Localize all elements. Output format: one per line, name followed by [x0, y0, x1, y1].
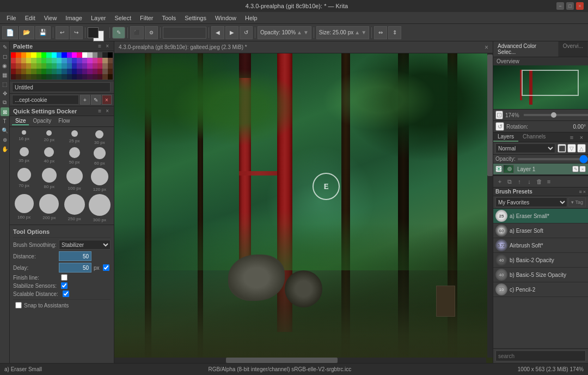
palette-color[interactable] [72, 74, 77, 80]
delay-checkbox[interactable] [103, 264, 109, 271]
palette-color[interactable] [11, 63, 16, 69]
palette-color[interactable] [82, 74, 87, 80]
brush-preset-eraser-soft[interactable]: 60 a) Eraser Soft [493, 223, 588, 238]
palette-color[interactable] [11, 74, 16, 80]
palette-color[interactable] [87, 58, 92, 63]
palette-color[interactable] [46, 69, 51, 74]
palette-close-btn[interactable]: × [104, 43, 111, 50]
opacity-down-btn[interactable]: ▼ [303, 29, 309, 35]
canvas-close-btn[interactable]: × [485, 44, 488, 51]
palette-color[interactable] [72, 52, 77, 58]
palette-color[interactable] [41, 69, 46, 74]
brush-size-16[interactable]: 16 px [12, 129, 36, 145]
brush-size-35[interactable]: 35 px [12, 146, 36, 166]
brush-presets-filter-select[interactable]: My Favorites All Presets Digital Paintin… [495, 197, 567, 207]
brush-presets-close-btn[interactable]: × [583, 189, 586, 195]
palette-color[interactable] [93, 69, 97, 74]
palette-color[interactable] [52, 58, 57, 63]
menu-image[interactable]: Image [61, 14, 87, 22]
palette-color[interactable] [26, 58, 31, 63]
v-scrollbar-thumb[interactable] [487, 55, 493, 176]
toolbar-redo-btn[interactable]: ↪ [70, 26, 83, 39]
brush-size-250[interactable]: 250 px [63, 193, 87, 222]
brush-size-25[interactable]: 25 px [63, 129, 87, 145]
tool-crop[interactable]: ⧉ [1, 98, 9, 107]
brush-preset-airbrush[interactable]: 5.72 Airbrush Soft* [493, 238, 588, 253]
palette-color[interactable] [21, 52, 26, 58]
zoom-slider[interactable] [524, 114, 588, 116]
blend-icon-3[interactable]: △ [577, 144, 586, 153]
brush-delete-btn[interactable]: × [102, 95, 112, 105]
layer-down-btn[interactable]: ↓ [525, 177, 534, 186]
palette-color[interactable] [82, 69, 87, 74]
palette-color[interactable] [31, 52, 36, 58]
menu-view[interactable]: View [40, 14, 62, 22]
canvas-viewport[interactable]: E [114, 53, 493, 363]
blend-icon-2[interactable]: ▽ [567, 144, 576, 153]
layers-menu-btn[interactable]: ≡ [567, 133, 576, 142]
palette-color[interactable] [36, 52, 41, 58]
mirror-v-btn[interactable]: ⇕ [388, 26, 401, 39]
layers-tab[interactable]: Layers [493, 132, 518, 142]
palette-color[interactable] [62, 52, 66, 58]
brush-size-160[interactable]: 160 px [12, 193, 36, 222]
delay-input[interactable] [59, 263, 91, 273]
toolbar-undo-btn[interactable]: ↩ [56, 26, 69, 39]
layer-up-btn[interactable]: ↑ [515, 177, 524, 186]
brush-size-70[interactable]: 70 px [12, 167, 36, 192]
palette-color[interactable] [93, 58, 97, 63]
layers-close-btn[interactable]: × [577, 133, 586, 142]
brush-presets-menu-btn[interactable]: ≡ [579, 189, 581, 195]
palette-color[interactable] [36, 69, 41, 74]
palette-color[interactable] [46, 52, 51, 58]
toolbar-refresh[interactable]: ↺ [240, 26, 253, 39]
palette-color[interactable] [31, 74, 36, 80]
minimize-button[interactable]: − [556, 2, 564, 10]
palette-color[interactable] [16, 74, 21, 80]
tool-eraser[interactable]: ◻ [1, 52, 9, 61]
palette-color[interactable] [87, 63, 92, 69]
brush-edit-btn[interactable]: ✎ [91, 95, 101, 105]
toolbar-save-btn[interactable]: 💾 [35, 26, 51, 39]
maximize-button[interactable]: □ [566, 2, 574, 10]
brush-size-100[interactable]: 100 px [63, 167, 87, 192]
palette-menu-btn[interactable]: ≡ [96, 43, 103, 50]
brush-size-50[interactable]: 50 px [63, 146, 87, 166]
palette-color[interactable] [31, 63, 36, 69]
opacity-slider[interactable] [518, 158, 588, 160]
palette-color[interactable] [93, 63, 97, 69]
brush-size-300[interactable]: 300 px [88, 193, 112, 222]
palette-color[interactable] [21, 63, 26, 69]
palette-color[interactable] [46, 63, 51, 69]
palette-color[interactable] [102, 69, 107, 74]
quick-settings-close-btn[interactable]: × [104, 107, 111, 114]
tab-opacity[interactable]: Opacity [29, 117, 54, 125]
palette-color[interactable] [52, 52, 57, 58]
palette-color[interactable] [52, 69, 57, 74]
menu-layer[interactable]: Layer [87, 14, 111, 22]
zoom-fit-btn[interactable]: ⊡ [495, 111, 503, 119]
palette-color[interactable] [36, 58, 41, 63]
palette-color[interactable] [36, 63, 41, 69]
palette-color[interactable] [93, 74, 97, 80]
toolbar-new-btn[interactable]: 📄 [2, 26, 18, 39]
palette-color[interactable] [108, 69, 113, 74]
scalable-distance-checkbox[interactable] [63, 291, 69, 297]
opacity-up-btn[interactable]: ▲ [297, 29, 302, 35]
palette-color[interactable] [102, 63, 107, 69]
palette-color[interactable] [21, 58, 26, 63]
tool-text[interactable]: T [1, 117, 9, 125]
layer-visibility-1[interactable]: 👁 [495, 166, 502, 172]
document-name-input[interactable] [12, 82, 111, 92]
palette-color[interactable] [77, 52, 82, 58]
brush-size-60[interactable]: 60 px [88, 146, 112, 166]
menu-select[interactable]: Select [110, 14, 136, 22]
mirror-h-btn[interactable]: ⇔ [374, 26, 387, 39]
palette-color[interactable] [97, 74, 102, 80]
size-down-btn[interactable]: ▼ [361, 29, 366, 35]
toolbar-nav-left[interactable]: ◀ [211, 26, 224, 39]
palette-color[interactable] [97, 52, 102, 58]
quick-settings-menu-btn[interactable]: ≡ [96, 107, 103, 114]
brush-size-80[interactable]: 80 px [37, 167, 61, 192]
brush-size-40[interactable]: 40 px [37, 146, 61, 166]
